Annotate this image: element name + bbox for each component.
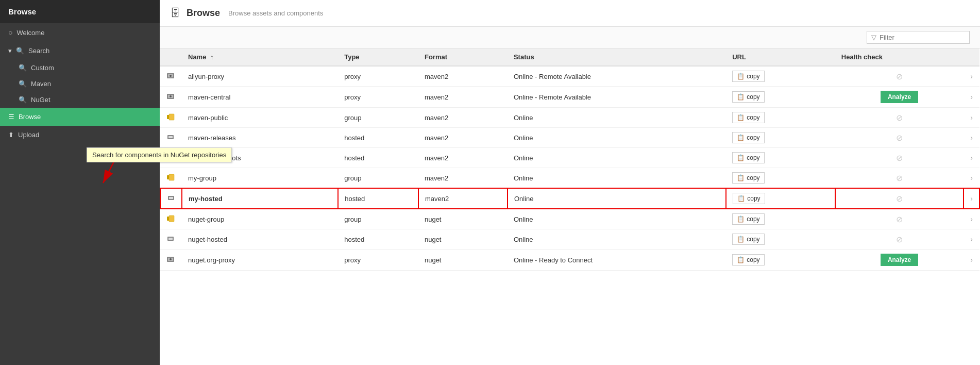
row-format: maven2 <box>418 66 508 87</box>
copy-button[interactable]: 📋 copy <box>732 71 764 82</box>
row-chevron[interactable]: › <box>964 229 979 250</box>
svg-point-7 <box>170 95 172 97</box>
row-name[interactable]: maven-releases <box>182 128 338 148</box>
search-icon: 🔍 <box>16 47 24 55</box>
sidebar-item-nuget[interactable]: 🔍 NuGet <box>0 92 160 108</box>
row-name[interactable]: nuget.org-proxy <box>182 250 338 271</box>
copy-button[interactable]: 📋 copy <box>733 193 765 204</box>
table-row[interactable]: nuget-group group nuget Online 📋 copy ⊘ … <box>160 209 979 229</box>
copy-button[interactable]: 📋 copy <box>732 112 764 123</box>
tooltip-text: Search for components in NuGet repositor… <box>92 151 226 159</box>
row-name[interactable]: my-hosted <box>182 188 338 209</box>
table-body: aliyun-proxy proxy maven2 Online - Remot… <box>160 66 979 271</box>
row-name[interactable]: nuget-hosted <box>182 229 338 250</box>
table-row[interactable]: maven-snapshots hosted maven2 Online 📋 c… <box>160 148 979 168</box>
sidebar-item-maven[interactable]: 🔍 Maven <box>0 76 160 92</box>
row-name[interactable]: aliyun-proxy <box>182 66 338 87</box>
tooltip-callout: Search for components in NuGet repositor… <box>87 147 232 162</box>
row-icon <box>160 108 182 128</box>
row-name[interactable]: maven-central <box>182 87 338 108</box>
no-analyze-icon: ⊘ <box>896 134 903 142</box>
table-row[interactable]: nuget-hosted hosted nuget Online 📋 copy … <box>160 229 979 250</box>
copy-button[interactable]: 📋 copy <box>732 172 764 184</box>
row-chevron[interactable]: › <box>964 128 979 148</box>
row-healthcheck[interactable]: ⊘ <box>835 66 964 87</box>
row-healthcheck[interactable]: Analyze <box>835 250 964 271</box>
row-status: Online - Remote Available <box>508 66 726 87</box>
row-url[interactable]: 📋 copy <box>726 209 835 229</box>
repositories-table: Name ↑ Type Format Status URL Health che… <box>160 48 980 271</box>
row-chevron[interactable]: › <box>964 66 979 87</box>
no-analyze-icon: ⊘ <box>896 215 903 224</box>
sidebar-item-label: Search <box>28 47 49 55</box>
col-format[interactable]: Format <box>418 48 508 66</box>
main-header: 🗄 Browse Browse assets and components <box>160 0 980 27</box>
svg-point-4 <box>170 75 172 77</box>
row-name[interactable]: my-group <box>182 168 338 189</box>
copy-button[interactable]: 📋 copy <box>732 91 764 103</box>
row-healthcheck[interactable]: ⊘ <box>835 188 964 209</box>
table-row[interactable]: my-hosted hosted maven2 Online 📋 copy ⊘ … <box>160 188 979 209</box>
row-healthcheck[interactable]: Analyze <box>835 87 964 108</box>
row-chevron[interactable]: › <box>964 188 979 209</box>
row-url[interactable]: 📋 copy <box>726 66 835 87</box>
col-status[interactable]: Status <box>508 48 726 66</box>
col-name[interactable]: Name ↑ <box>182 48 338 66</box>
sidebar-item-browse[interactable]: ☰ Browse <box>0 108 160 126</box>
analyze-button[interactable]: Analyze <box>881 91 918 103</box>
row-status: Online <box>508 209 726 229</box>
row-healthcheck[interactable]: ⊘ <box>835 209 964 229</box>
sidebar-item-custom[interactable]: 🔍 Custom <box>0 60 160 76</box>
row-url[interactable]: 📋 copy <box>726 250 835 271</box>
row-type: group <box>338 108 418 128</box>
row-name[interactable]: maven-public <box>182 108 338 128</box>
table-row[interactable]: nuget.org-proxy proxy nuget Online - Rea… <box>160 250 979 271</box>
row-url[interactable]: 📋 copy <box>726 148 835 168</box>
row-chevron[interactable]: › <box>964 148 979 168</box>
page-title: Browse <box>187 8 220 19</box>
row-healthcheck[interactable]: ⊘ <box>835 148 964 168</box>
sidebar-item-label: Custom <box>31 64 54 72</box>
col-healthcheck[interactable]: Health check <box>835 48 964 66</box>
filter-input[interactable] <box>880 34 965 41</box>
row-chevron[interactable]: › <box>964 168 979 189</box>
col-url[interactable]: URL <box>726 48 835 66</box>
copy-button[interactable]: 📋 copy <box>732 213 764 225</box>
row-url[interactable]: 📋 copy <box>726 87 835 108</box>
copy-button[interactable]: 📋 copy <box>732 234 764 245</box>
row-status: Online <box>508 148 726 168</box>
table-row[interactable]: maven-public group maven2 Online 📋 copy … <box>160 108 979 128</box>
table-row[interactable]: maven-releases hosted maven2 Online 📋 co… <box>160 128 979 148</box>
row-chevron[interactable]: › <box>964 250 979 271</box>
upload-icon: ⬆ <box>8 131 14 139</box>
row-status: Online <box>508 128 726 148</box>
row-chevron[interactable]: › <box>964 209 979 229</box>
sidebar-item-upload[interactable]: ⬆ Upload <box>0 126 160 144</box>
row-healthcheck[interactable]: ⊘ <box>835 229 964 250</box>
row-icon <box>160 209 182 229</box>
row-url[interactable]: 📋 copy <box>726 188 835 209</box>
table-header: Name ↑ Type Format Status URL Health che… <box>160 48 979 66</box>
copy-button[interactable]: 📋 copy <box>732 152 764 163</box>
row-url[interactable]: 📋 copy <box>726 128 835 148</box>
row-chevron[interactable]: › <box>964 87 979 108</box>
row-healthcheck[interactable]: ⊘ <box>835 128 964 148</box>
copy-button[interactable]: 📋 copy <box>732 132 764 143</box>
row-name[interactable]: nuget-group <box>182 209 338 229</box>
col-type[interactable]: Type <box>338 48 418 66</box>
row-chevron[interactable]: › <box>964 108 979 128</box>
copy-button[interactable]: 📋 copy <box>732 254 764 266</box>
table-row[interactable]: maven-central proxy maven2 Online - Remo… <box>160 87 979 108</box>
row-healthcheck[interactable]: ⊘ <box>835 168 964 189</box>
row-url[interactable]: 📋 copy <box>726 108 835 128</box>
analyze-button[interactable]: Analyze <box>881 254 918 266</box>
row-healthcheck[interactable]: ⊘ <box>835 108 964 128</box>
copy-icon: 📋 <box>737 236 745 243</box>
sidebar-item-welcome[interactable]: ○ Welcome <box>0 23 160 42</box>
table-row[interactable]: my-group group maven2 Online 📋 copy ⊘ › <box>160 168 979 189</box>
filter-input-wrap[interactable]: ▽ <box>867 31 970 44</box>
table-row[interactable]: aliyun-proxy proxy maven2 Online - Remot… <box>160 66 979 87</box>
row-url[interactable]: 📋 copy <box>726 229 835 250</box>
row-url[interactable]: 📋 copy <box>726 168 835 189</box>
sidebar-item-search[interactable]: ▾ 🔍 Search <box>0 42 160 60</box>
